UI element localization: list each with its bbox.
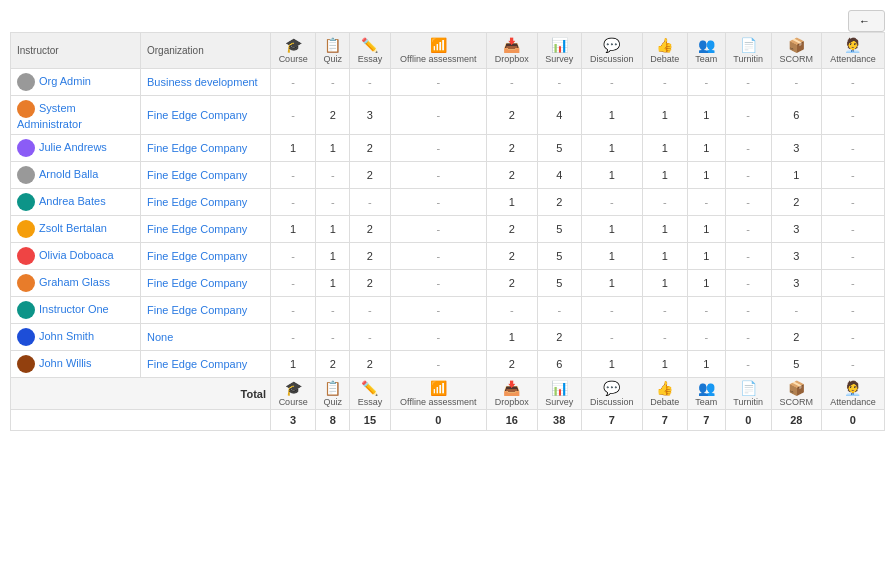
cell-turnitin: -: [725, 135, 771, 162]
quiz-footer-icon: 📋: [324, 380, 341, 396]
cell-dropbox: 2: [486, 216, 537, 243]
cell-turnitin: -: [725, 270, 771, 297]
cell-debate: 1: [642, 162, 687, 189]
cell-turnitin: -: [725, 351, 771, 378]
cell-debate: 1: [642, 216, 687, 243]
cell-turnitin: -: [725, 216, 771, 243]
table-row: John WillisFine Edge Company122-26111-5-: [11, 351, 885, 378]
total-value-attendance: 0: [821, 410, 884, 431]
cell-dropbox: -: [486, 69, 537, 96]
cell-discussion: -: [581, 69, 642, 96]
instructor-name: Andrea Bates: [11, 189, 141, 216]
col-header-scorm: 📦SCORM: [771, 33, 821, 69]
cell-essay: 2: [350, 135, 390, 162]
cell-attendance: -: [821, 243, 884, 270]
instructor-link[interactable]: Instructor One: [39, 303, 109, 315]
total-icon-offline: 📶Offline assessment: [390, 378, 486, 410]
instructor-link[interactable]: John Smith: [39, 330, 94, 342]
cell-survey: 2: [537, 324, 581, 351]
org-link[interactable]: Fine Edge Company: [147, 109, 247, 121]
instructor-name: Zsolt Bertalan: [11, 216, 141, 243]
org-link[interactable]: Fine Edge Company: [147, 169, 247, 181]
avatar: [17, 139, 35, 157]
cell-quiz: -: [316, 297, 350, 324]
cell-survey: 4: [537, 162, 581, 189]
org-link[interactable]: None: [147, 331, 173, 343]
team-footer-icon: 👥: [698, 380, 715, 396]
discussion-icon: 💬: [603, 37, 620, 53]
cell-quiz: -: [316, 162, 350, 189]
cell-dropbox: -: [486, 297, 537, 324]
cell-essay: 2: [350, 216, 390, 243]
cell-attendance: -: [821, 135, 884, 162]
avatar: [17, 247, 35, 265]
instructor-link[interactable]: Graham Glass: [39, 276, 110, 288]
org-link[interactable]: Fine Edge Company: [147, 358, 247, 370]
instructor-link[interactable]: Org Admin: [39, 75, 91, 87]
cell-turnitin: -: [725, 162, 771, 189]
cell-course: -: [271, 243, 316, 270]
org-link[interactable]: Business development: [147, 76, 258, 88]
cell-offline: -: [390, 69, 486, 96]
cell-essay: 3: [350, 96, 390, 135]
instructor-link[interactable]: Zsolt Bertalan: [39, 222, 107, 234]
avatar: [17, 193, 35, 211]
total-icon-row: Total🎓Course📋Quiz✏️Essay📶Offline assessm…: [11, 378, 885, 410]
instructor-name: Julie Andrews: [11, 135, 141, 162]
total-value-debate: 7: [642, 410, 687, 431]
total-value-offline: 0: [390, 410, 486, 431]
cell-quiz: 1: [316, 216, 350, 243]
instructor-name: Olivia Doboaca: [11, 243, 141, 270]
organization-name: Fine Edge Company: [141, 243, 271, 270]
org-link[interactable]: Fine Edge Company: [147, 250, 247, 262]
total-values-row: 3815016387770280: [11, 410, 885, 431]
avatar: [17, 301, 35, 319]
cell-debate: -: [642, 297, 687, 324]
cell-team: -: [687, 189, 725, 216]
instructor-link[interactable]: Andrea Bates: [39, 195, 106, 207]
cell-turnitin: -: [725, 69, 771, 96]
instructor-link[interactable]: Olivia Doboaca: [39, 249, 114, 261]
cell-turnitin: -: [725, 324, 771, 351]
cell-dropbox: 2: [486, 351, 537, 378]
instructor-link[interactable]: Julie Andrews: [39, 141, 107, 153]
col-header-attendance: 🧑‍💼Attendance: [821, 33, 884, 69]
cell-debate: -: [642, 324, 687, 351]
cell-attendance: -: [821, 216, 884, 243]
course-footer-icon: 🎓: [285, 380, 302, 396]
cell-survey: -: [537, 297, 581, 324]
cell-team: 1: [687, 96, 725, 135]
instructor-link[interactable]: Arnold Balla: [39, 168, 98, 180]
cell-dropbox: 2: [486, 135, 537, 162]
instructor-link[interactable]: John Willis: [39, 357, 92, 369]
history-button[interactable]: ←: [848, 10, 885, 32]
cell-offline: -: [390, 189, 486, 216]
cell-discussion: -: [581, 189, 642, 216]
dropbox-footer-icon: 📥: [503, 380, 520, 396]
cell-quiz: -: [316, 69, 350, 96]
cell-course: 1: [271, 216, 316, 243]
cell-scorm: 5: [771, 351, 821, 378]
attendance-footer-icon: 🧑‍💼: [844, 380, 861, 396]
org-link[interactable]: Fine Edge Company: [147, 142, 247, 154]
col-header-course: 🎓Course: [271, 33, 316, 69]
org-link[interactable]: Fine Edge Company: [147, 277, 247, 289]
org-link[interactable]: Fine Edge Company: [147, 196, 247, 208]
cell-debate: 1: [642, 270, 687, 297]
cell-course: -: [271, 96, 316, 135]
offline-footer-icon: 📶: [430, 380, 447, 396]
organization-name: Fine Edge Company: [141, 351, 271, 378]
assessment-table: InstructorOrganization🎓Course📋Quiz✏️Essa…: [10, 32, 885, 431]
cell-scorm: -: [771, 297, 821, 324]
cell-team: -: [687, 69, 725, 96]
cell-team: 1: [687, 243, 725, 270]
cell-quiz: -: [316, 189, 350, 216]
cell-turnitin: -: [725, 297, 771, 324]
org-link[interactable]: Fine Edge Company: [147, 223, 247, 235]
total-icon-attendance: 🧑‍💼Attendance: [821, 378, 884, 410]
debate-icon: 👍: [656, 37, 673, 53]
total-icon-discussion: 💬Discussion: [581, 378, 642, 410]
org-link[interactable]: Fine Edge Company: [147, 304, 247, 316]
cell-survey: 6: [537, 351, 581, 378]
cell-survey: 5: [537, 270, 581, 297]
